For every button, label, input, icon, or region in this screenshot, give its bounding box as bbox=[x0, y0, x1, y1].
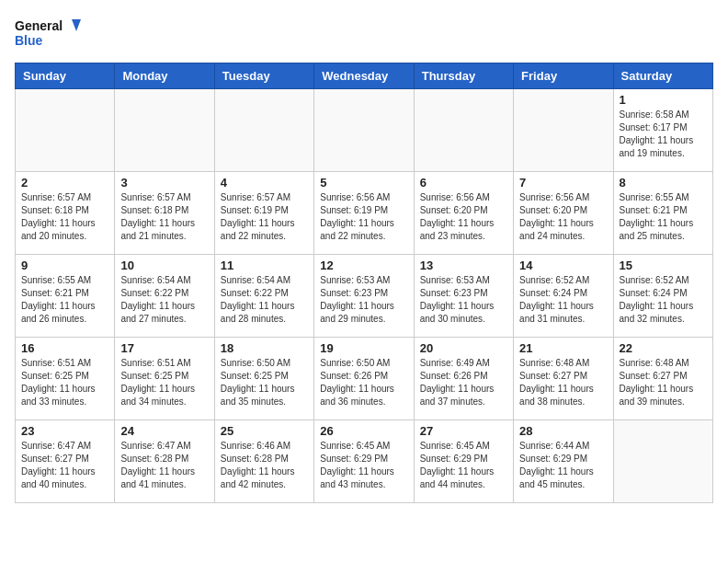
calendar-cell: 22Sunrise: 6:48 AM Sunset: 6:27 PM Dayli… bbox=[613, 338, 712, 420]
day-number: 24 bbox=[120, 424, 208, 438]
calendar-week-row: 2Sunrise: 6:57 AM Sunset: 6:18 PM Daylig… bbox=[16, 172, 713, 255]
day-number: 2 bbox=[21, 176, 108, 190]
day-info: Sunrise: 6:51 AM Sunset: 6:25 PM Dayligh… bbox=[120, 357, 208, 408]
day-info: Sunrise: 6:50 AM Sunset: 6:26 PM Dayligh… bbox=[320, 357, 407, 408]
calendar-table: SundayMondayTuesdayWednesdayThursdayFrid… bbox=[15, 63, 713, 503]
day-number: 17 bbox=[120, 341, 208, 355]
calendar-cell: 2Sunrise: 6:57 AM Sunset: 6:18 PM Daylig… bbox=[16, 172, 115, 255]
calendar-cell: 10Sunrise: 6:54 AM Sunset: 6:22 PM Dayli… bbox=[115, 255, 214, 338]
calendar-cell bbox=[314, 89, 414, 172]
weekday-header: Saturday bbox=[613, 63, 712, 89]
calendar-cell: 3Sunrise: 6:57 AM Sunset: 6:18 PM Daylig… bbox=[115, 172, 214, 255]
day-info: Sunrise: 6:55 AM Sunset: 6:21 PM Dayligh… bbox=[21, 274, 108, 326]
calendar-cell: 14Sunrise: 6:52 AM Sunset: 6:24 PM Dayli… bbox=[514, 255, 613, 338]
calendar-week-row: 16Sunrise: 6:51 AM Sunset: 6:25 PM Dayli… bbox=[16, 338, 713, 420]
calendar-cell: 19Sunrise: 6:50 AM Sunset: 6:26 PM Dayli… bbox=[314, 338, 414, 420]
weekday-header: Sunday bbox=[16, 63, 115, 89]
day-number: 9 bbox=[21, 259, 108, 272]
weekday-header: Wednesday bbox=[314, 63, 414, 89]
day-number: 14 bbox=[519, 259, 607, 272]
day-number: 26 bbox=[320, 424, 407, 438]
calendar-cell: 13Sunrise: 6:53 AM Sunset: 6:23 PM Dayli… bbox=[414, 255, 513, 338]
day-number: 27 bbox=[420, 424, 507, 438]
day-info: Sunrise: 6:45 AM Sunset: 6:29 PM Dayligh… bbox=[320, 440, 407, 491]
day-number: 1 bbox=[620, 93, 707, 107]
day-number: 15 bbox=[620, 259, 707, 272]
calendar-cell: 12Sunrise: 6:53 AM Sunset: 6:23 PM Dayli… bbox=[314, 255, 414, 338]
day-info: Sunrise: 6:47 AM Sunset: 6:27 PM Dayligh… bbox=[21, 440, 108, 491]
day-info: Sunrise: 6:47 AM Sunset: 6:28 PM Dayligh… bbox=[120, 440, 208, 491]
day-number: 5 bbox=[320, 176, 407, 190]
day-info: Sunrise: 6:50 AM Sunset: 6:25 PM Dayligh… bbox=[221, 357, 308, 408]
calendar-cell: 6Sunrise: 6:56 AM Sunset: 6:20 PM Daylig… bbox=[414, 172, 513, 255]
day-number: 21 bbox=[519, 341, 607, 355]
header: GeneralBlue bbox=[15, 15, 713, 52]
svg-text:Blue: Blue bbox=[15, 33, 43, 48]
calendar-cell: 5Sunrise: 6:56 AM Sunset: 6:19 PM Daylig… bbox=[314, 172, 414, 255]
day-number: 10 bbox=[120, 259, 208, 272]
calendar-cell: 1Sunrise: 6:58 AM Sunset: 6:17 PM Daylig… bbox=[613, 89, 712, 172]
calendar-cell: 21Sunrise: 6:48 AM Sunset: 6:27 PM Dayli… bbox=[514, 338, 613, 420]
weekday-header: Tuesday bbox=[214, 63, 313, 89]
calendar-cell: 26Sunrise: 6:45 AM Sunset: 6:29 PM Dayli… bbox=[314, 420, 414, 503]
logo: GeneralBlue bbox=[15, 15, 88, 52]
day-info: Sunrise: 6:56 AM Sunset: 6:20 PM Dayligh… bbox=[519, 191, 607, 243]
calendar-cell bbox=[613, 420, 712, 503]
day-info: Sunrise: 6:53 AM Sunset: 6:23 PM Dayligh… bbox=[320, 274, 407, 326]
svg-marker-2 bbox=[72, 19, 81, 31]
day-number: 23 bbox=[21, 424, 108, 438]
calendar-cell: 24Sunrise: 6:47 AM Sunset: 6:28 PM Dayli… bbox=[115, 420, 214, 503]
day-info: Sunrise: 6:56 AM Sunset: 6:20 PM Dayligh… bbox=[420, 191, 507, 243]
day-info: Sunrise: 6:57 AM Sunset: 6:18 PM Dayligh… bbox=[120, 191, 208, 243]
calendar-cell: 23Sunrise: 6:47 AM Sunset: 6:27 PM Dayli… bbox=[16, 420, 115, 503]
day-number: 6 bbox=[420, 176, 507, 190]
day-number: 12 bbox=[320, 259, 407, 272]
day-info: Sunrise: 6:54 AM Sunset: 6:22 PM Dayligh… bbox=[120, 274, 208, 326]
calendar-cell bbox=[214, 89, 313, 172]
day-info: Sunrise: 6:45 AM Sunset: 6:29 PM Dayligh… bbox=[420, 440, 507, 491]
header-row: SundayMondayTuesdayWednesdayThursdayFrid… bbox=[16, 63, 713, 89]
day-number: 19 bbox=[320, 341, 407, 355]
calendar-week-row: 23Sunrise: 6:47 AM Sunset: 6:27 PM Dayli… bbox=[16, 420, 713, 503]
weekday-header: Monday bbox=[115, 63, 214, 89]
calendar-cell: 17Sunrise: 6:51 AM Sunset: 6:25 PM Dayli… bbox=[115, 338, 214, 420]
calendar-cell: 7Sunrise: 6:56 AM Sunset: 6:20 PM Daylig… bbox=[514, 172, 613, 255]
day-info: Sunrise: 6:54 AM Sunset: 6:22 PM Dayligh… bbox=[221, 274, 308, 326]
day-info: Sunrise: 6:58 AM Sunset: 6:17 PM Dayligh… bbox=[620, 109, 707, 160]
calendar-cell: 15Sunrise: 6:52 AM Sunset: 6:24 PM Dayli… bbox=[613, 255, 712, 338]
day-number: 22 bbox=[620, 341, 707, 355]
calendar-cell bbox=[16, 89, 115, 172]
day-info: Sunrise: 6:55 AM Sunset: 6:21 PM Dayligh… bbox=[620, 191, 707, 243]
calendar-cell bbox=[414, 89, 513, 172]
day-info: Sunrise: 6:48 AM Sunset: 6:27 PM Dayligh… bbox=[620, 357, 707, 408]
day-info: Sunrise: 6:53 AM Sunset: 6:23 PM Dayligh… bbox=[420, 274, 507, 326]
calendar-cell: 4Sunrise: 6:57 AM Sunset: 6:19 PM Daylig… bbox=[214, 172, 313, 255]
day-info: Sunrise: 6:51 AM Sunset: 6:25 PM Dayligh… bbox=[21, 357, 108, 408]
day-number: 20 bbox=[420, 341, 507, 355]
logo-svg: GeneralBlue bbox=[15, 15, 88, 52]
day-number: 4 bbox=[221, 176, 308, 190]
day-info: Sunrise: 6:52 AM Sunset: 6:24 PM Dayligh… bbox=[519, 274, 607, 326]
calendar-cell: 20Sunrise: 6:49 AM Sunset: 6:26 PM Dayli… bbox=[414, 338, 513, 420]
calendar-cell bbox=[514, 89, 613, 172]
calendar-cell: 8Sunrise: 6:55 AM Sunset: 6:21 PM Daylig… bbox=[613, 172, 712, 255]
day-number: 13 bbox=[420, 259, 507, 272]
calendar-cell: 18Sunrise: 6:50 AM Sunset: 6:25 PM Dayli… bbox=[214, 338, 313, 420]
calendar-cell: 25Sunrise: 6:46 AM Sunset: 6:28 PM Dayli… bbox=[214, 420, 313, 503]
day-info: Sunrise: 6:56 AM Sunset: 6:19 PM Dayligh… bbox=[320, 191, 407, 243]
calendar-cell: 16Sunrise: 6:51 AM Sunset: 6:25 PM Dayli… bbox=[16, 338, 115, 420]
svg-text:General: General bbox=[15, 18, 63, 33]
day-info: Sunrise: 6:52 AM Sunset: 6:24 PM Dayligh… bbox=[620, 274, 707, 326]
day-number: 28 bbox=[519, 424, 607, 438]
day-number: 7 bbox=[519, 176, 607, 190]
day-number: 11 bbox=[221, 259, 308, 272]
calendar-cell: 9Sunrise: 6:55 AM Sunset: 6:21 PM Daylig… bbox=[16, 255, 115, 338]
day-number: 18 bbox=[221, 341, 308, 355]
calendar-week-row: 9Sunrise: 6:55 AM Sunset: 6:21 PM Daylig… bbox=[16, 255, 713, 338]
day-info: Sunrise: 6:57 AM Sunset: 6:18 PM Dayligh… bbox=[21, 191, 108, 243]
day-number: 8 bbox=[620, 176, 707, 190]
calendar-cell: 27Sunrise: 6:45 AM Sunset: 6:29 PM Dayli… bbox=[414, 420, 513, 503]
calendar-cell: 28Sunrise: 6:44 AM Sunset: 6:29 PM Dayli… bbox=[514, 420, 613, 503]
weekday-header: Friday bbox=[514, 63, 613, 89]
calendar-week-row: 1Sunrise: 6:58 AM Sunset: 6:17 PM Daylig… bbox=[16, 89, 713, 172]
